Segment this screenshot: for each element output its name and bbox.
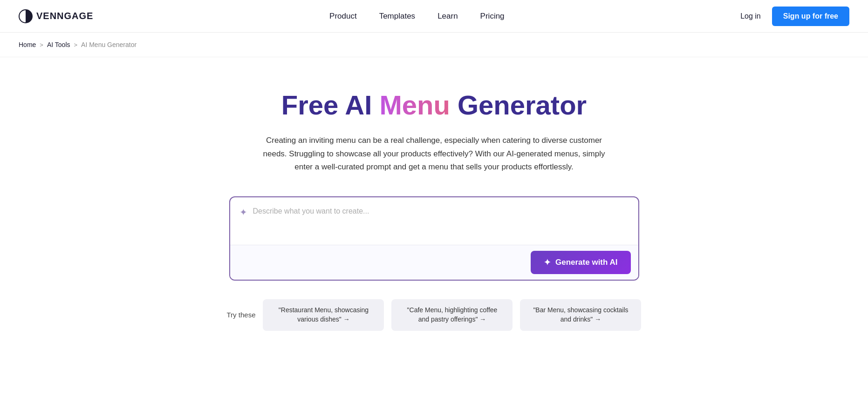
navbar-logo-area: VENNGAGE	[19, 9, 93, 23]
input-top-area: ✦	[230, 197, 638, 245]
nav-link-learn[interactable]: Learn	[437, 12, 458, 21]
breadcrumb-separator-1: >	[40, 41, 43, 48]
breadcrumb-ai-tools[interactable]: AI Tools	[47, 41, 70, 48]
try-chip-cafe[interactable]: "Cafe Menu, highlighting coffee and past…	[391, 299, 513, 330]
breadcrumb: Home > AI Tools > AI Menu Generator	[0, 33, 868, 57]
venngage-logo-text: VENNGAGE	[36, 11, 93, 21]
breadcrumb-home[interactable]: Home	[19, 41, 36, 48]
venngage-logo-icon	[19, 9, 33, 23]
navbar-auth: Log in Sign up for free	[740, 7, 849, 26]
input-bottom-area: ✦ Generate with AI	[230, 245, 638, 280]
prompt-input-container: ✦ ✦ Generate with AI	[229, 196, 639, 281]
navbar-links: Product Templates Learn Pricing	[329, 12, 505, 21]
hero-title: Free AI Menu Generator	[281, 90, 587, 121]
breadcrumb-current: AI Menu Generator	[81, 41, 137, 48]
generate-button[interactable]: ✦ Generate with AI	[531, 251, 631, 274]
generate-button-label: Generate with AI	[555, 258, 618, 267]
nav-link-product[interactable]: Product	[329, 12, 357, 21]
signup-button[interactable]: Sign up for free	[772, 7, 849, 26]
try-chip-restaurant[interactable]: "Restaurant Menu, showcasing various dis…	[263, 299, 384, 330]
nav-link-templates[interactable]: Templates	[379, 12, 415, 21]
sparkle-icon-input: ✦	[239, 207, 247, 218]
hero-title-menu: Menu	[379, 90, 450, 120]
nav-link-pricing[interactable]: Pricing	[480, 12, 505, 21]
hero-section: Free AI Menu Generator Creating an invit…	[0, 57, 868, 349]
try-these-label: Try these	[227, 311, 256, 319]
navbar: VENNGAGE Product Templates Learn Pricing…	[0, 0, 868, 33]
hero-title-generator: Generator	[450, 90, 587, 120]
hero-title-free: Free AI	[281, 90, 380, 120]
prompt-textarea[interactable]	[253, 206, 629, 238]
login-link[interactable]: Log in	[740, 12, 761, 20]
breadcrumb-separator-2: >	[74, 41, 78, 48]
generate-sparkle-icon: ✦	[544, 257, 551, 268]
try-these-section: Try these "Restaurant Menu, showcasing v…	[201, 299, 667, 330]
hero-subtitle: Creating an inviting menu can be a real …	[257, 134, 611, 175]
try-chip-bar[interactable]: "Bar Menu, showcasing cocktails and drin…	[520, 299, 641, 330]
